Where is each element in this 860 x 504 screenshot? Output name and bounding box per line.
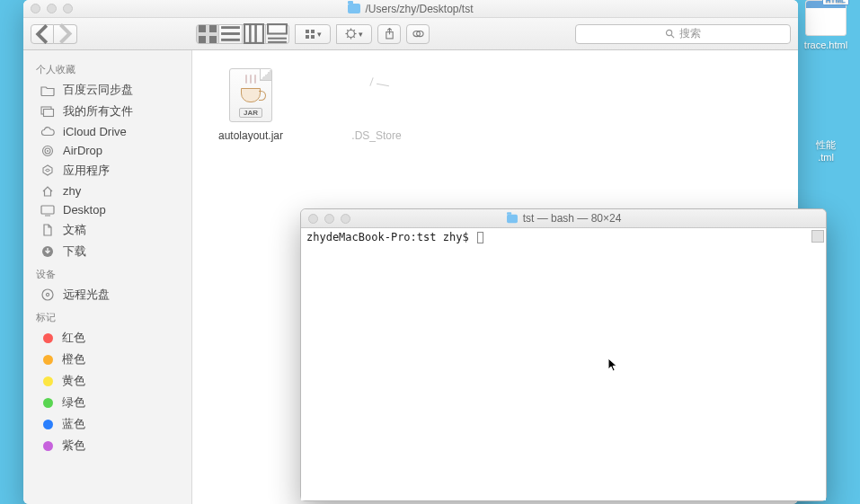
sidebar-item-apps[interactable]: 应用程序 xyxy=(23,160,191,181)
terminal-prompt: zhydeMacBook-Pro:tst zhy$ xyxy=(306,231,483,243)
home-icon xyxy=(40,185,56,198)
tag-dot xyxy=(43,441,53,451)
chevron-down-icon: ▾ xyxy=(359,30,363,39)
search-field[interactable]: 搜索 xyxy=(575,24,791,44)
disc-icon xyxy=(40,288,56,301)
window-title-text: /Users/zhy/Desktop/tst xyxy=(365,3,473,15)
view-icon-button[interactable] xyxy=(196,24,219,44)
window-close[interactable] xyxy=(308,214,318,224)
window-zoom[interactable] xyxy=(63,4,73,13)
terminal-window: tst — bash — 80×24 zhydeMacBook-Pro:tst … xyxy=(300,208,827,501)
terminal-title-text: tst — bash — 80×24 xyxy=(523,212,622,225)
html-file-icon: HTML xyxy=(805,0,847,36)
sidebar-item-label: 橙色 xyxy=(62,351,85,367)
window-minimize[interactable] xyxy=(47,4,57,13)
file-item-dsstore[interactable]: .DS_Store xyxy=(327,66,426,142)
share-button[interactable] xyxy=(377,24,401,44)
finder-sidebar: 个人收藏 百度云同步盘 我的所有文件 iCloud Drive AirDrop … xyxy=(23,50,192,504)
svg-rect-5 xyxy=(221,32,240,35)
sidebar-item-label: zhy xyxy=(63,184,81,198)
sidebar-item-remote-disc[interactable]: 远程光盘 xyxy=(23,284,191,305)
back-button[interactable] xyxy=(31,24,54,44)
folder-icon xyxy=(507,214,518,222)
sidebar-item-desktop[interactable]: Desktop xyxy=(23,200,191,219)
sidebar-item-label: 蓝色 xyxy=(62,416,85,432)
sidebar-tag-purple[interactable]: 紫色 xyxy=(23,435,191,456)
sidebar-header-tags: 标记 xyxy=(23,305,191,327)
view-columns-button[interactable] xyxy=(243,24,266,44)
svg-rect-10 xyxy=(268,24,287,33)
view-coverflow-button[interactable] xyxy=(266,24,289,44)
arrange-button-group: ▾ xyxy=(295,24,331,44)
desktop-file-perf[interactable]: 性能 .tml xyxy=(797,99,855,164)
folder-icon xyxy=(348,4,360,13)
forward-button[interactable] xyxy=(54,24,77,44)
tag-dot xyxy=(43,420,53,429)
window-zoom[interactable] xyxy=(341,214,350,224)
sidebar-item-documents[interactable]: 文稿 xyxy=(23,219,191,241)
desktop-file-trace[interactable]: HTML trace.html xyxy=(797,0,855,51)
tag-dot xyxy=(43,376,53,386)
folder-icon xyxy=(40,84,56,96)
view-list-button[interactable] xyxy=(219,24,243,44)
sidebar-tag-red[interactable]: 红色 xyxy=(23,327,191,349)
search-placeholder: 搜索 xyxy=(679,26,701,41)
sidebar-item-label: 文稿 xyxy=(63,222,86,238)
svg-line-25 xyxy=(353,30,354,31)
sidebar-item-label: AirDrop xyxy=(63,144,102,157)
sidebar-item-label: 黄色 xyxy=(62,373,85,389)
tags-button[interactable] xyxy=(406,24,430,44)
airdrop-icon xyxy=(40,145,56,157)
file-name: .DS_Store xyxy=(327,129,426,142)
window-controls[interactable] xyxy=(308,214,350,224)
svg-rect-37 xyxy=(41,206,54,214)
sidebar-item-all-files[interactable]: 我的所有文件 xyxy=(23,101,191,122)
window-close[interactable] xyxy=(31,4,40,13)
sidebar-item-home[interactable]: zhy xyxy=(23,181,191,200)
terminal-title: tst — bash — 80×24 xyxy=(506,212,622,225)
terminal-body[interactable]: zhydeMacBook-Pro:tst zhy$ xyxy=(301,228,826,500)
svg-point-36 xyxy=(47,150,49,152)
window-minimize[interactable] xyxy=(324,214,334,224)
sidebar-tag-blue[interactable]: 蓝色 xyxy=(23,413,191,435)
svg-rect-0 xyxy=(199,25,206,32)
svg-rect-9 xyxy=(256,24,263,43)
sidebar-item-label: Desktop xyxy=(63,203,106,217)
terminal-scroll-corner[interactable] xyxy=(811,230,824,243)
tag-dot xyxy=(43,355,53,365)
svg-rect-13 xyxy=(306,30,309,33)
sidebar-tag-orange[interactable]: 橙色 xyxy=(23,349,191,370)
svg-rect-1 xyxy=(209,25,217,32)
sidebar-item-airdrop[interactable]: AirDrop xyxy=(23,141,191,160)
action-button[interactable]: ▾ xyxy=(336,24,372,44)
sidebar-item-label: 远程光盘 xyxy=(63,287,110,303)
sidebar-tag-green[interactable]: 绿色 xyxy=(23,392,191,413)
tag-dot xyxy=(43,398,53,408)
arrange-button[interactable]: ▾ xyxy=(295,24,331,44)
search-icon xyxy=(665,29,675,39)
terminal-titlebar[interactable]: tst — bash — 80×24 xyxy=(301,209,826,228)
sidebar-item-label: iCloud Drive xyxy=(63,125,127,138)
sidebar-item-baidu[interactable]: 百度云同步盘 xyxy=(23,79,191,101)
svg-line-23 xyxy=(353,36,354,37)
sidebar-item-label: 下载 xyxy=(63,243,86,260)
window-title: /Users/zhy/Desktop/tst xyxy=(348,3,473,15)
sidebar-item-label: 应用程序 xyxy=(63,163,110,179)
downloads-icon xyxy=(40,245,56,258)
sidebar-tag-yellow[interactable]: 黄色 xyxy=(23,370,191,392)
sidebar-item-label: 紫色 xyxy=(62,438,85,454)
svg-rect-12 xyxy=(268,41,287,43)
svg-rect-2 xyxy=(199,36,206,43)
sidebar-item-downloads[interactable]: 下载 xyxy=(23,241,191,262)
svg-line-22 xyxy=(347,30,348,31)
svg-rect-3 xyxy=(209,36,217,43)
file-item-autolayout[interactable]: JAR autolayout.jar xyxy=(201,66,300,142)
html-badge: HTML xyxy=(822,0,849,5)
svg-line-31 xyxy=(671,35,674,38)
sidebar-item-icloud[interactable]: iCloud Drive xyxy=(23,122,191,141)
sidebar-item-label: 百度云同步盘 xyxy=(63,82,133,98)
apps-icon xyxy=(40,164,56,177)
svg-rect-16 xyxy=(311,35,315,39)
finder-titlebar[interactable]: /Users/zhy/Desktop/tst xyxy=(23,0,798,18)
window-controls[interactable] xyxy=(31,4,73,13)
